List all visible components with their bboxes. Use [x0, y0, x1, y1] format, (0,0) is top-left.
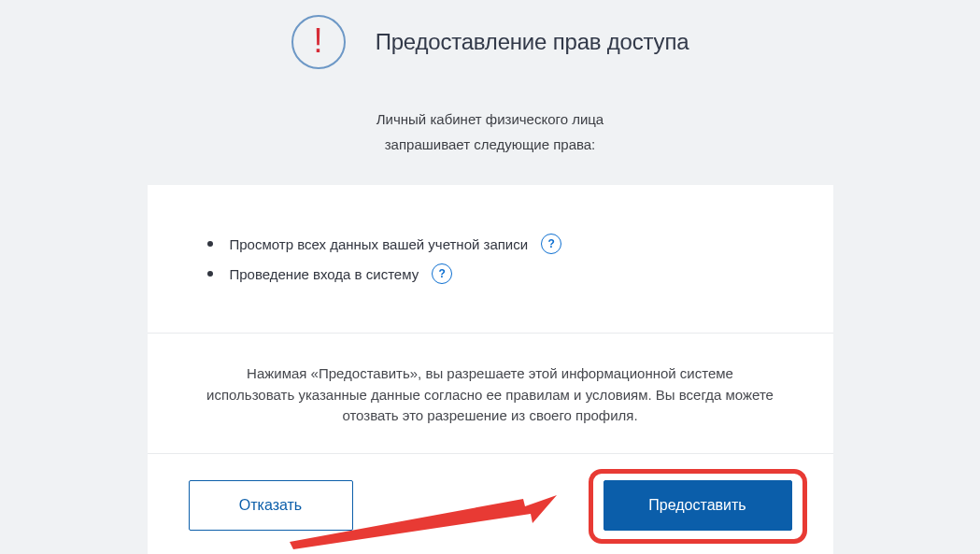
- consent-card: Просмотр всех данных вашей учетной запис…: [148, 185, 833, 554]
- alert-icon: !: [291, 15, 346, 69]
- page-title: Предоставление прав доступа: [376, 29, 689, 55]
- subtitle: Личный кабинет физического лица запрашив…: [0, 107, 980, 157]
- header: ! Предоставление прав доступа: [0, 0, 980, 78]
- permission-text: Проведение входа в систему: [230, 266, 419, 282]
- permission-item: Проведение входа в систему ?: [207, 263, 788, 284]
- actions-row: Отказать Предоставить: [148, 454, 833, 555]
- deny-button[interactable]: Отказать: [189, 480, 353, 531]
- exclamation-mark: !: [314, 24, 323, 58]
- allow-button[interactable]: Предоставить: [604, 480, 792, 531]
- bullet-icon: [207, 271, 213, 277]
- permission-item: Просмотр всех данных вашей учетной запис…: [207, 234, 788, 254]
- help-icon[interactable]: ?: [541, 234, 561, 254]
- permissions-list: Просмотр всех данных вашей учетной запис…: [148, 185, 833, 334]
- subtitle-line-2: запрашивает следующие права:: [0, 132, 980, 157]
- disclaimer-text: Нажимая «Предоставить», вы разрешаете эт…: [148, 334, 833, 454]
- permission-text: Просмотр всех данных вашей учетной запис…: [230, 236, 529, 252]
- subtitle-line-1: Личный кабинет физического лица: [0, 107, 980, 132]
- bullet-icon: [207, 241, 213, 247]
- help-icon[interactable]: ?: [432, 263, 452, 284]
